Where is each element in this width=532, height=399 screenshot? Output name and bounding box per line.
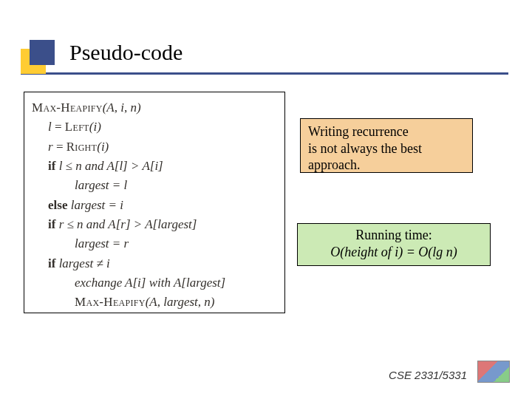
fn-recurse: Max-Heapify bbox=[75, 295, 146, 309]
pseudocode-line-if3: if largest ≠ i bbox=[32, 254, 277, 273]
callout-equation: O(height of i) = O(lg n) bbox=[302, 244, 485, 261]
pseudocode-line-largest-l: largest = l bbox=[32, 176, 277, 195]
fn-left-args: (i) bbox=[89, 120, 101, 134]
fn-name: Max-Heapify bbox=[32, 100, 103, 115]
eq: = bbox=[52, 120, 65, 134]
footer-logo-icon bbox=[477, 361, 510, 383]
slide-title: Pseudo-code bbox=[69, 40, 183, 65]
callout-line: Writing recurrence bbox=[308, 123, 465, 140]
callout-running-time: Running time: O(height of i) = O(lg n) bbox=[297, 223, 491, 266]
pseudocode-line-header: Max-Heapify(A, i, n) bbox=[32, 98, 277, 117]
kw-if: if bbox=[48, 256, 55, 270]
header-accent-blue bbox=[30, 40, 55, 65]
kw-if: if bbox=[48, 159, 55, 173]
kw-if: if bbox=[48, 217, 55, 231]
pseudocode-line-if1: if l ≤ n and A[l] > A[i] bbox=[32, 157, 277, 176]
callout-line: is not always the best bbox=[308, 140, 465, 157]
kw-else: else bbox=[48, 198, 67, 212]
cond3: largest ≠ i bbox=[55, 256, 109, 270]
fn-left: Left bbox=[65, 120, 89, 134]
cond1: l ≤ n and A[l] > A[i] bbox=[55, 159, 163, 173]
pseudocode-line-if2: if r ≤ n and A[r] > A[largest] bbox=[32, 215, 277, 234]
header-underline bbox=[21, 72, 508, 75]
pseudocode-line-recurse: Max-Heapify(A, largest, n) bbox=[32, 293, 277, 312]
fn-recurse-args: (A, largest, n) bbox=[146, 295, 215, 309]
pseudocode-line-else: else largest = i bbox=[32, 196, 277, 215]
pseudocode-line-l: l = Left(i) bbox=[32, 117, 277, 137]
slide-header: Pseudo-code bbox=[21, 33, 508, 75]
else-body: largest = i bbox=[67, 198, 123, 212]
pseudocode-block: Max-Heapify(A, i, n) l = Left(i) r = Rig… bbox=[24, 92, 285, 313]
callout-recurrence-note: Writing recurrence is not always the bes… bbox=[300, 118, 473, 173]
fn-right: Right bbox=[66, 140, 98, 154]
fn-right-args: (i) bbox=[97, 140, 109, 154]
pseudocode-line-exchange: exchange A[i] with A[largest] bbox=[32, 273, 277, 293]
callout-line: approach. bbox=[308, 157, 465, 174]
pseudocode-line-r: r = Right(i) bbox=[32, 137, 277, 157]
eq: = bbox=[53, 140, 66, 154]
fn-args: (A, i, n) bbox=[103, 100, 141, 115]
pseudocode-line-largest-r: largest = r bbox=[32, 234, 277, 253]
footer-course-code: CSE 2331/5331 bbox=[389, 369, 467, 381]
var-r: r bbox=[48, 140, 53, 154]
cond2: r ≤ n and A[r] > A[largest] bbox=[55, 217, 197, 231]
callout-line: Running time: bbox=[302, 227, 485, 244]
